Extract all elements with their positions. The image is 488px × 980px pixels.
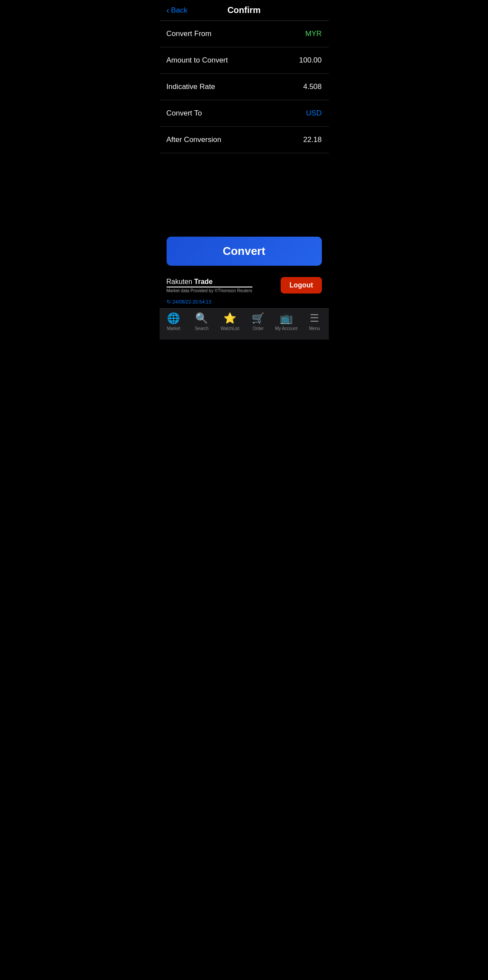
timestamp-label: 24/08/22-20:54:13	[173, 299, 211, 304]
row-label: After Conversion	[167, 135, 222, 144]
row-label: Convert From	[167, 30, 212, 38]
market-icon: 🌐	[167, 312, 180, 324]
row-value: 4.508	[303, 82, 322, 91]
brand-name-rakuten: Rakuten Trade	[167, 277, 213, 286]
content-list: Convert FromMYRAmount to Convert100.00In…	[160, 21, 329, 230]
order-icon: 🛒	[252, 312, 265, 324]
tab-label: Order	[252, 326, 264, 331]
timestamp-row: ↻ 24/08/22-20:54:13	[160, 298, 329, 308]
brand-subtext: Market data Provided by ©Thomson Reuters	[167, 288, 252, 293]
tab-item-order[interactable]: 🛒Order	[244, 312, 272, 331]
row-value: 22.18	[303, 135, 322, 144]
convert-button[interactable]: Convert	[167, 237, 322, 266]
tab-label: Menu	[309, 326, 320, 331]
convert-button-container: Convert	[160, 230, 329, 273]
logout-button[interactable]: Logout	[281, 277, 321, 294]
back-label: Back	[171, 6, 187, 15]
watchlist-icon: ⭐	[223, 312, 236, 324]
chevron-left-icon: ‹	[167, 5, 170, 15]
table-row: Convert FromMYR	[160, 21, 329, 47]
refresh-icon: ↻	[167, 299, 171, 305]
tab-item-market[interactable]: 🌐Market	[160, 312, 188, 331]
tab-item-menu[interactable]: ☰Menu	[301, 312, 329, 331]
footer-brand: Rakuten Trade Market data Provided by ©T…	[160, 273, 329, 298]
row-value: 100.00	[299, 56, 322, 65]
back-button[interactable]: ‹ Back	[167, 5, 187, 15]
my account-icon: 📺	[280, 312, 293, 324]
brand-right: Logout	[281, 277, 321, 294]
row-label: Indicative Rate	[167, 82, 215, 91]
row-label: Convert To	[167, 109, 202, 118]
tab-bar: 🌐Market🔍Search⭐WatchList🛒Order📺My Accoun…	[160, 308, 329, 340]
table-row: After Conversion22.18	[160, 127, 329, 153]
tab-label: My Account	[275, 326, 298, 331]
nav-header: ‹ Back Confirm	[160, 0, 329, 21]
table-row: Indicative Rate4.508	[160, 74, 329, 100]
menu-icon: ☰	[310, 312, 319, 324]
page-title: Confirm	[227, 5, 261, 15]
brand-info: Rakuten Trade Market data Provided by ©T…	[167, 277, 252, 293]
search-icon: 🔍	[195, 312, 208, 324]
tab-item-watchlist[interactable]: ⭐WatchList	[216, 312, 244, 331]
table-row: Convert ToUSD	[160, 100, 329, 127]
tab-label: Search	[195, 326, 209, 331]
tab-label: WatchList	[220, 326, 239, 331]
tab-item-my-account[interactable]: 📺My Account	[272, 312, 301, 331]
tab-label: Market	[167, 326, 180, 331]
table-row: Amount to Convert100.00	[160, 47, 329, 74]
row-label: Amount to Convert	[167, 56, 228, 65]
tab-item-search[interactable]: 🔍Search	[188, 312, 216, 331]
row-value: MYR	[305, 30, 322, 38]
row-value: USD	[306, 109, 322, 118]
